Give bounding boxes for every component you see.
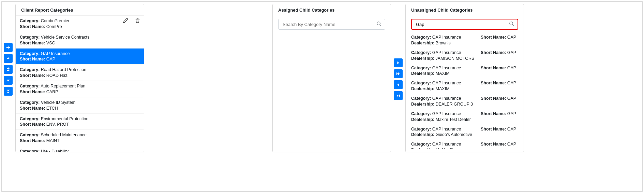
short-name-label: Short Name: [20,73,45,78]
short-name-value: GAP [46,57,55,61]
search-icon [509,21,514,27]
dealership-value: Mr Manili [436,148,453,149]
category-label: Category: [411,96,431,101]
unassign-single-button[interactable] [394,80,403,89]
unassigned-search-box[interactable] [411,19,518,30]
svg-line-1 [380,25,381,26]
unassigned-row[interactable]: Category: GAP InsuranceShort Name: GAPDe… [407,109,522,124]
category-label: Category: [20,35,40,40]
assigned-child-categories-panel: Assigned Child Categories [272,4,391,152]
category-value: GAP Insurance [432,96,461,101]
unassigned-row[interactable]: Category: GAP InsuranceShort Name: GAPDe… [407,78,522,94]
unassigned-row[interactable]: Category: GAP InsuranceShort Name: GAPDe… [407,139,522,149]
short-name-value: CARP [46,89,58,94]
category-label: Category: [411,127,431,132]
short-name-label: Short Name: [20,41,45,45]
dealership-label: Dealership: [411,41,434,45]
category-label: Category: [411,66,431,70]
category-value: GAP Insurance [432,111,461,116]
assigned-search-input[interactable] [282,22,376,27]
dealership-value: JAMISON MOTORS [436,56,475,61]
category-label: Category: [20,149,40,152]
category-label: Category: [20,67,40,72]
category-label: Category: [20,18,40,23]
category-row[interactable]: Category: ComboPremierShort Name: ComPre [16,16,144,32]
category-label: Category: [411,111,431,116]
short-name-label: Short Name: [20,57,45,61]
short-name-value: GAP [507,66,516,70]
short-name-value: GAP [507,35,516,40]
short-name-label: Short Name: [481,96,506,101]
move-up-button[interactable] [4,54,13,63]
edit-icon[interactable] [123,18,129,25]
short-name-value: MAINT [46,138,60,143]
short-name-value: GAP [507,81,516,85]
category-value: Environmental Protection [41,116,89,121]
category-label: Category: [411,142,431,147]
short-name-value: ROAD Haz. [46,73,69,78]
assign-single-button[interactable] [394,58,403,67]
short-name-value: ComPre [46,24,62,29]
add-category-button[interactable] [4,43,13,52]
unassigned-search-input[interactable] [415,22,509,27]
dealership-value: Guido's Automotive [436,132,472,137]
search-icon [376,21,381,27]
category-row[interactable]: Category: Vehicle Service ContractsShort… [16,32,144,49]
short-name-label: Short Name: [481,50,506,55]
category-row[interactable]: Category: Road Hazard ProtectionShort Na… [16,65,144,81]
category-value: Vehicle ID System [41,100,75,105]
short-name-label: Short Name: [481,66,506,70]
category-row[interactable]: Category: Scheduled MaintenanceShort Nam… [16,130,144,146]
category-value: Road Hazard Protection [41,67,86,72]
category-row[interactable]: Category: GAP InsuranceShort Name: GAP [16,49,144,65]
category-label: Category: [411,50,431,55]
dealership-label: Dealership: [411,102,434,107]
dealership-label: Dealership: [411,132,434,137]
unassigned-row[interactable]: Category: GAP InsuranceShort Name: GAPDe… [407,48,522,63]
category-value: Scheduled Maintenance [41,133,87,137]
category-value: Life - Disability [41,149,69,152]
svg-point-2 [510,22,513,25]
category-row[interactable]: Category: Environmental ProtectionShort … [16,114,144,130]
unassign-all-button[interactable] [394,91,403,100]
dealership-value: Brown's [436,41,451,45]
move-bottom-button[interactable] [4,87,13,96]
short-name-value: GAP [507,127,516,132]
assign-all-button[interactable] [394,69,403,78]
category-value: GAP Insurance [432,66,461,70]
dealership-label: Dealership: [411,148,434,149]
category-value: GAP Insurance [432,50,461,55]
category-value: GAP Insurance [41,51,70,56]
short-name-label: Short Name: [20,122,45,127]
short-name-value: GAP [507,96,516,101]
category-label: Category: [20,51,40,56]
move-top-button[interactable] [4,65,13,74]
unassigned-row[interactable]: Category: GAP InsuranceShort Name: GAPDe… [407,94,522,109]
category-value: GAP Insurance [432,35,461,40]
short-name-value: ETCH [46,106,58,111]
panel-title: Unassigned Child Categories [406,4,524,15]
short-name-label: Short Name: [481,81,506,85]
short-name-value: ENV. PROT. [46,122,70,127]
category-row[interactable]: Category: Vehicle ID SystemShort Name: E… [16,97,144,114]
short-name-label: Short Name: [481,127,506,132]
unassigned-row[interactable]: Category: GAP InsuranceShort Name: GAPDe… [407,32,522,48]
svg-line-3 [512,25,514,26]
short-name-label: Short Name: [20,138,45,143]
transfer-buttons [394,58,403,100]
category-label: Category: [411,35,431,40]
unassigned-row[interactable]: Category: GAP InsuranceShort Name: GAPDe… [407,63,522,79]
unassigned-row[interactable]: Category: GAP InsuranceShort Name: GAPDe… [407,124,522,140]
category-row[interactable]: Category: Auto Replacement PlanShort Nam… [16,81,144,97]
short-name-label: Short Name: [20,24,45,29]
assigned-search-box[interactable] [278,19,385,30]
short-name-label: Short Name: [481,111,506,116]
move-down-button[interactable] [4,76,13,85]
category-row[interactable]: Category: Life - DisabilityShort Name: L… [16,146,144,152]
delete-icon[interactable] [135,18,140,25]
short-name-value: GAP [507,50,516,55]
client-report-categories-panel: Client Report Categories Category: Combo… [15,4,144,152]
category-label: Category: [411,81,431,85]
dealership-value: MAXIM [436,71,450,76]
short-name-value: GAP [507,142,516,147]
